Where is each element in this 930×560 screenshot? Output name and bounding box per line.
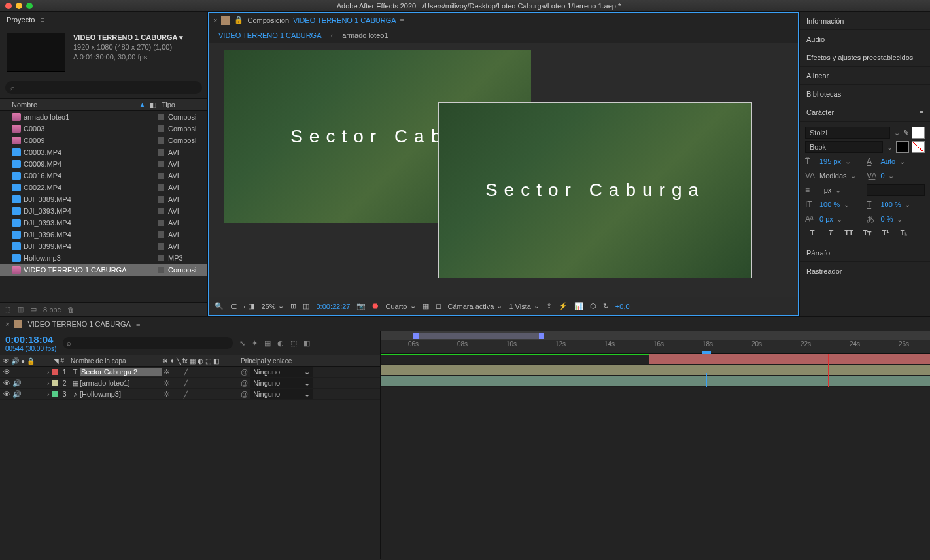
tag-icon[interactable]: ◧ xyxy=(150,101,156,109)
fast-icon[interactable]: ⚡ xyxy=(559,302,568,310)
solo-col-icon[interactable]: ● xyxy=(21,357,25,365)
eye-toggle[interactable]: 👁 xyxy=(3,379,10,387)
font-size-value[interactable]: 195 px xyxy=(819,157,841,165)
reset-exposure-icon[interactable]: ↻ xyxy=(603,302,609,310)
current-timecode[interactable]: 0:00:18:04 xyxy=(5,334,56,345)
project-item[interactable]: DJI_0393.MP4AVI xyxy=(0,217,207,229)
camera-select[interactable]: Cámara activa ⌄ xyxy=(448,302,503,310)
font-family-select[interactable]: Stolzl xyxy=(805,127,890,139)
comp-thumbnail[interactable] xyxy=(7,33,65,72)
layer-color[interactable] xyxy=(52,380,58,386)
zoom-select[interactable]: 25% ⌄ xyxy=(261,302,284,310)
hscale-value[interactable]: 100 % xyxy=(881,201,901,208)
trash-icon[interactable]: 🗑 xyxy=(67,306,75,314)
layer-name[interactable]: Sector Caburga 2 xyxy=(80,368,162,376)
work-area-end[interactable] xyxy=(539,333,544,339)
label-color[interactable] xyxy=(158,243,164,250)
audio-toggle[interactable]: 🔊 xyxy=(12,379,20,387)
project-item[interactable]: armado loteo1Composi xyxy=(0,111,207,123)
vscale-value[interactable]: 100 % xyxy=(819,201,840,208)
label-color[interactable] xyxy=(158,137,164,144)
stroke-width-value[interactable]: - px xyxy=(819,186,831,194)
breadcrumb-item-0[interactable]: VIDEO TERRENO 1 CABURGA xyxy=(218,31,322,39)
panel-effects[interactable]: Efectos y ajustes preestablecidos xyxy=(800,48,930,67)
breadcrumb-item-1[interactable]: armado loteo1 xyxy=(342,31,388,39)
channel-icon[interactable]: ⬣ xyxy=(372,302,379,310)
eyedropper-icon[interactable]: ✎ xyxy=(903,129,909,137)
project-item[interactable]: C0003Composi xyxy=(0,123,207,135)
label-color[interactable] xyxy=(158,125,164,132)
tracks-area[interactable] xyxy=(381,354,930,387)
tab-menu-icon[interactable]: ≡ xyxy=(400,16,404,24)
panel-info[interactable]: Información xyxy=(800,12,930,30)
project-item[interactable]: C0003.MP4AVI xyxy=(0,146,207,158)
layer-name[interactable]: [Hollow.mp3] xyxy=(80,390,162,398)
project-panel-header[interactable]: Proyecto ≡ xyxy=(0,12,207,27)
pickwhip-icon[interactable]: @ xyxy=(241,368,248,376)
folder-icon[interactable]: ▥ xyxy=(17,305,24,314)
interpret-icon[interactable]: ⬚ xyxy=(4,305,10,314)
panel-menu-icon[interactable]: ≡ xyxy=(40,16,44,24)
close-window[interactable] xyxy=(5,3,12,9)
panel-menu-icon[interactable]: ≡ xyxy=(920,108,923,116)
col-name[interactable]: Nombre xyxy=(12,101,139,108)
layer-row[interactable]: 👁🔊›3♪[Hollow.mp3]✲╱@Ninguno⌄ xyxy=(0,389,380,400)
exposure-value[interactable]: +0,0 xyxy=(615,303,630,310)
style-dropdown-icon[interactable]: ⌄ xyxy=(886,143,893,152)
grid-icon[interactable]: ⊞ xyxy=(290,302,296,310)
switch-quality[interactable]: ╱ xyxy=(182,390,190,399)
share-icon[interactable]: ⇪ xyxy=(546,302,552,310)
sw3-icon[interactable]: ╲ xyxy=(177,357,181,365)
switch-shy[interactable]: ✲ xyxy=(162,390,170,399)
vr-icon[interactable]: ⌐◨ xyxy=(244,302,254,310)
viewer-timecode[interactable]: 0:00:22:27 xyxy=(316,303,350,310)
close-tab-icon[interactable]: × xyxy=(5,320,9,328)
project-item[interactable]: C0022.MP4AVI xyxy=(0,182,207,193)
motion-blur-icon[interactable]: ◐ xyxy=(277,339,284,348)
work-area-start[interactable] xyxy=(413,333,419,339)
pickwhip-icon[interactable]: @ xyxy=(241,379,248,387)
lock-icon[interactable]: 🔒 xyxy=(234,16,243,24)
expand-icon[interactable]: › xyxy=(47,379,50,387)
parent-select[interactable]: Ninguno⌄ xyxy=(250,378,313,388)
sw2-icon[interactable]: ✦ xyxy=(169,357,175,365)
project-search[interactable]: ⌕ xyxy=(5,81,202,94)
panel-align[interactable]: Alinear xyxy=(800,67,930,85)
label-color[interactable] xyxy=(158,267,164,273)
baseline-value[interactable]: 0 px xyxy=(819,215,833,223)
panel-character[interactable]: Carácter≡ xyxy=(800,103,930,122)
graph-icon[interactable]: 📊 xyxy=(574,302,583,310)
draft3d-icon[interactable]: ◧ xyxy=(303,339,310,348)
sw6-icon[interactable]: ◐ xyxy=(198,357,203,365)
timeline-tab-name[interactable]: VIDEO TERRENO 1 CABURGA xyxy=(27,320,131,328)
lock-col-icon[interactable]: 🔒 xyxy=(27,357,35,365)
quality-select[interactable]: Cuarto ⌄ xyxy=(385,302,415,310)
label-color[interactable] xyxy=(158,196,164,203)
project-item[interactable]: C0009Composi xyxy=(0,135,207,146)
panel-audio[interactable]: Audio xyxy=(800,30,930,48)
track-3[interactable] xyxy=(381,376,930,387)
label-color[interactable] xyxy=(158,161,164,167)
layer-name[interactable]: [armado loteo1] xyxy=(80,379,162,387)
font-dropdown-icon[interactable]: ⌄ xyxy=(893,129,901,137)
font-style-select[interactable]: Book xyxy=(805,141,883,153)
sw1-icon[interactable]: ✲ xyxy=(162,357,167,365)
col-parent[interactable]: Principal y enlace xyxy=(241,357,380,365)
switch-quality[interactable]: ╱ xyxy=(182,368,190,376)
project-item[interactable]: DJI_0396.MP4AVI xyxy=(0,229,207,240)
project-item[interactable]: Hollow.mp3MP3 xyxy=(0,252,207,264)
track-2[interactable] xyxy=(381,365,930,376)
pickwhip-icon[interactable]: @ xyxy=(241,390,248,398)
smallcaps-button[interactable]: Tᴛ xyxy=(861,229,873,237)
stroke-style-select[interactable] xyxy=(867,184,925,196)
label-color[interactable] xyxy=(158,173,164,179)
panel-tracker[interactable]: Rastreador xyxy=(800,262,930,280)
comp-mini-flowchart-icon[interactable]: ⤡ xyxy=(239,339,245,348)
video-frame-front[interactable]: Sector Caburga xyxy=(438,102,752,278)
faux-bold-button[interactable]: T xyxy=(806,229,818,237)
maximize-window[interactable] xyxy=(26,3,33,9)
views-select[interactable]: 1 Vista ⌄ xyxy=(509,302,539,310)
col-layer-name[interactable]: Nombre de la capa xyxy=(71,357,162,365)
label-color[interactable] xyxy=(158,114,164,120)
project-item[interactable]: DJI_0389.MP4AVI xyxy=(0,193,207,205)
